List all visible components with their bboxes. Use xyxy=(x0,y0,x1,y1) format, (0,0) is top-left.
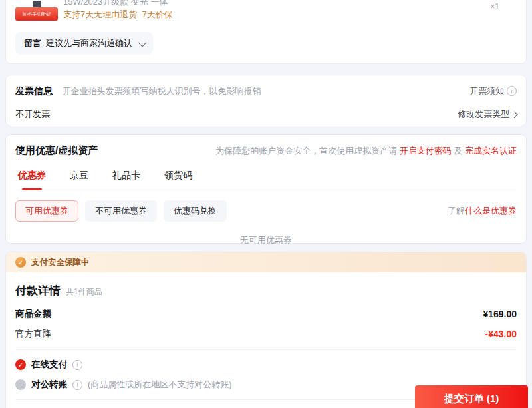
invoice-hint: 开企业抬头发票须填写纳税人识别号，以免影响报销 xyxy=(62,86,261,96)
submit-order-button[interactable]: 提交订单 (1) xyxy=(415,385,528,408)
goods-amount-label: 商品金额 xyxy=(15,308,51,320)
filter-coupon-code[interactable]: 优惠码兑换 xyxy=(164,200,227,222)
invoice-notice-label: 开票须知 xyxy=(469,85,504,97)
invoice-title: 发票信息 xyxy=(15,85,53,96)
filter-usable-coupons[interactable]: 可用优惠券 xyxy=(15,200,78,222)
bank-transfer-note: (商品属性或所在地区不支持对公转账) xyxy=(88,379,232,391)
modify-invoice-link[interactable]: 修改发票类型 xyxy=(458,108,517,120)
online-payment-option[interactable]: ✓ 在线支付 i xyxy=(15,359,517,371)
minus-circle-icon: − xyxy=(15,379,26,390)
realname-verify-link[interactable]: 完成实名认证 xyxy=(465,146,517,156)
no-coupon-tip: 无可用优惠券 xyxy=(15,234,517,246)
item-count: 共1件商品 xyxy=(66,286,102,298)
check-circle-icon: ✓ xyxy=(15,359,26,370)
amount-row: 商品金额 ¥169.00 xyxy=(15,308,517,320)
product-quantity: ×1 xyxy=(490,2,499,11)
payment-card: ✓ 支付安全保障中 付款详情 共1件商品 商品金额 ¥169.00 官方直降 -… xyxy=(5,252,527,408)
bank-transfer-label: 对公转账 xyxy=(31,379,67,391)
what-is-coupon-link[interactable]: 什么是优惠券 xyxy=(465,206,517,216)
product-spec: 15W/2023升级款 变光 一体 xyxy=(63,0,168,8)
tab-coupon[interactable]: 优惠券 xyxy=(18,170,46,182)
message-value: 建议先与商家沟通确认 xyxy=(46,37,132,49)
discount-row: 官方直降 -¥43.00 xyxy=(15,328,517,340)
info-icon[interactable]: i xyxy=(72,380,82,390)
goods-amount-value: ¥169.00 xyxy=(483,309,517,319)
payment-title: 付款详情 xyxy=(15,283,61,298)
online-payment-label: 在线支付 xyxy=(31,359,67,371)
asset-tabs: 优惠券 京豆 礼品卡 领货码 xyxy=(15,170,517,190)
tab-giftcard[interactable]: 礼品卡 xyxy=(112,170,140,182)
product-card: 前3件手续费5折 15W/2023升级款 变光 一体 ×1 支持7天无理由退货 … xyxy=(5,0,527,64)
tab-jingdou[interactable]: 京豆 xyxy=(70,170,88,182)
service-note: 支持7天无理由退货 7天价保 xyxy=(63,9,173,21)
tab-pickup-code[interactable]: 领货码 xyxy=(164,170,192,182)
message-dropdown[interactable]: 留言 建议先与商家沟通确认 xyxy=(15,32,153,55)
info-icon[interactable]: i xyxy=(72,360,82,370)
learn-coupon: 了解什么是优惠券 xyxy=(448,205,517,217)
chevron-right-icon xyxy=(511,111,518,118)
payment-security-banner: ✓ 支付安全保障中 xyxy=(6,252,526,272)
chevron-down-icon xyxy=(138,38,147,47)
security-hint: 为保障您的账户资金安全，首次使用虚拟资产请 开启支付密码 及 完成实名认证 xyxy=(215,145,517,157)
discount-value: -¥43.00 xyxy=(485,329,517,339)
shield-icon: ✓ xyxy=(15,257,26,268)
divider xyxy=(15,349,517,350)
assets-card: 使用优惠/虚拟资产 为保障您的账户资金安全，首次使用虚拟资产请 开启支付密码 及… xyxy=(5,134,527,244)
assets-title: 使用优惠/虚拟资产 xyxy=(15,144,98,157)
filter-unusable-coupons[interactable]: 不可用优惠券 xyxy=(85,200,157,222)
enable-pay-password-link[interactable]: 开启支付密码 xyxy=(400,146,452,156)
learn-prefix: 了解 xyxy=(448,206,465,216)
invoice-type: 不开发票 xyxy=(15,108,50,120)
modify-invoice-label: 修改发票类型 xyxy=(458,108,509,120)
message-label: 留言 xyxy=(24,37,41,49)
promo-badge: 前3件手续费5折 xyxy=(15,7,58,21)
security-banner-text: 支付安全保障中 xyxy=(31,257,90,268)
discount-label: 官方直降 xyxy=(15,328,51,340)
invoice-notice-link[interactable]: 开票须知 i xyxy=(469,85,517,97)
invoice-card: 发票信息 开企业抬头发票须填写纳税人识别号，以免影响报销 开票须知 i 不开发票… xyxy=(5,75,527,126)
info-icon: i xyxy=(507,86,517,96)
security-hint-text: 为保障您的账户资金安全，首次使用虚拟资产请 xyxy=(215,146,400,156)
coupon-filters: 可用优惠券 不可用优惠券 优惠码兑换 了解什么是优惠券 xyxy=(15,200,517,222)
and-text: 及 xyxy=(452,146,465,156)
